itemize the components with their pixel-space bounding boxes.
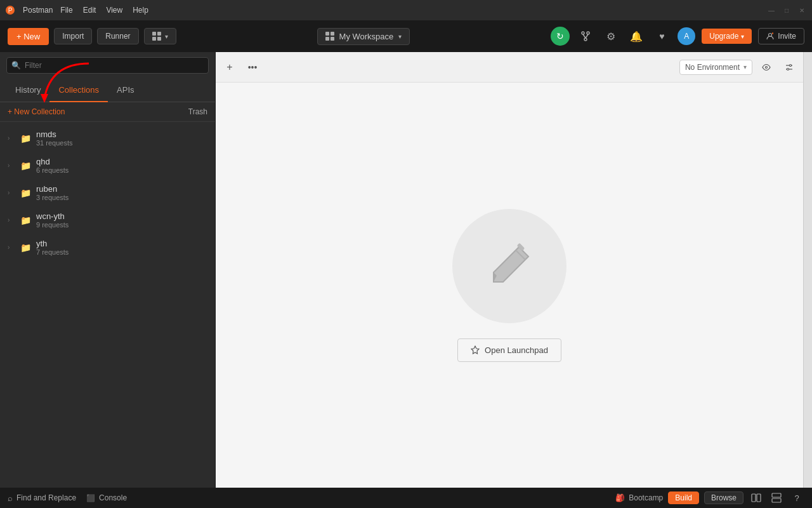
open-launchpad-button[interactable]: Open Launchpad bbox=[457, 338, 561, 362]
chevron-right-icon: › bbox=[8, 135, 15, 142]
minimize-button[interactable]: — bbox=[766, 5, 776, 15]
list-item[interactable]: › 📁 wcn-yth 9 requests bbox=[0, 206, 215, 234]
collection-info: yth 7 requests bbox=[36, 239, 207, 256]
title-bar: P Postman File Edit View Help — □ ✕ bbox=[0, 0, 812, 20]
collection-info: ruben 3 requests bbox=[36, 184, 207, 201]
filter-bar: 🔍 bbox=[0, 52, 215, 79]
workspace-selector[interactable]: My Workspace ▾ bbox=[317, 28, 410, 45]
filter-wrap: 🔍 bbox=[6, 57, 209, 74]
upgrade-button[interactable]: Upgrade ▾ bbox=[702, 29, 752, 44]
avatar[interactable]: A bbox=[678, 27, 695, 45]
collection-count: 31 requests bbox=[36, 139, 207, 147]
env-label: No Environment bbox=[685, 63, 740, 72]
new-button[interactable]: + New bbox=[8, 28, 49, 45]
svg-point-13 bbox=[790, 64, 792, 66]
tab-history[interactable]: History bbox=[6, 79, 49, 102]
right-panel bbox=[803, 52, 812, 488]
find-icon: ⌕ bbox=[8, 493, 13, 503]
list-item[interactable]: › 📁 ruben 3 requests bbox=[0, 179, 215, 206]
maximize-button[interactable]: □ bbox=[782, 5, 792, 15]
find-replace-button[interactable]: ⌕ Find and Replace bbox=[8, 493, 76, 503]
fork-icon[interactable] bbox=[576, 27, 595, 46]
settings-icon[interactable]: ⚙ bbox=[601, 27, 620, 46]
menu-edit[interactable]: Edit bbox=[83, 6, 96, 15]
heart-icon[interactable]: ♥ bbox=[652, 27, 671, 46]
menu-view[interactable]: View bbox=[106, 6, 122, 15]
list-item[interactable]: › 📁 qhd 6 requests bbox=[0, 152, 215, 179]
console-button[interactable]: ⬛ Console bbox=[86, 493, 127, 502]
filter-input[interactable] bbox=[6, 57, 209, 74]
bottom-bar: ⌕ Find and Replace ⬛ Console 🎒 Bootcamp … bbox=[0, 488, 812, 508]
bottom-right: 🎒 Bootcamp Build Browse ? bbox=[615, 490, 804, 505]
info-icon[interactable]: ? bbox=[789, 490, 804, 505]
svg-rect-17 bbox=[757, 494, 761, 502]
sidebar-actions: + New Collection Trash bbox=[0, 102, 215, 122]
bell-icon[interactable]: 🔔 bbox=[627, 27, 646, 46]
pencil-illustration bbox=[478, 234, 541, 298]
svg-line-5 bbox=[583, 34, 586, 38]
collection-info: nmds 31 requests bbox=[36, 130, 207, 147]
workspace-grid-icon bbox=[325, 32, 334, 41]
environment-selector[interactable]: No Environment ▾ bbox=[679, 60, 752, 75]
eye-icon[interactable] bbox=[757, 58, 775, 76]
list-item[interactable]: › 📁 nmds 31 requests bbox=[0, 124, 215, 152]
svg-text:P: P bbox=[8, 7, 13, 14]
bootcamp-icon: 🎒 bbox=[615, 493, 625, 502]
chevron-right-icon: › bbox=[8, 189, 15, 196]
app-logo: P bbox=[5, 5, 15, 15]
layout-button[interactable]: ▾ bbox=[144, 28, 176, 44]
collection-count: 3 requests bbox=[36, 194, 207, 201]
more-options-button[interactable]: ••• bbox=[244, 58, 261, 76]
invite-button[interactable]: Invite bbox=[758, 28, 804, 44]
sliders-icon[interactable] bbox=[780, 58, 798, 76]
import-button[interactable]: Import bbox=[54, 28, 92, 44]
toolbar: + New Import Runner ▾ My Workspace ▾ ↻ bbox=[0, 20, 812, 52]
main-layout: 🔍 History Collections APIs + New Collect… bbox=[0, 52, 812, 488]
chevron-right-icon: › bbox=[8, 217, 15, 224]
list-item[interactable]: › 📁 yth 7 requests bbox=[0, 234, 215, 261]
new-collection-button[interactable]: + New Collection bbox=[8, 107, 65, 116]
add-request-button[interactable]: + bbox=[221, 58, 239, 76]
collection-count: 9 requests bbox=[36, 221, 207, 229]
sync-button[interactable]: ↻ bbox=[551, 27, 570, 46]
launch-label: Open Launchpad bbox=[485, 345, 548, 355]
collection-name: nmds bbox=[36, 130, 207, 139]
collection-name: wcn-yth bbox=[36, 211, 207, 221]
env-chevron-icon: ▾ bbox=[743, 64, 747, 70]
svg-point-3 bbox=[587, 32, 589, 34]
build-button[interactable]: Build bbox=[668, 491, 699, 504]
layout-rows-icon[interactable] bbox=[769, 490, 784, 505]
collection-count: 6 requests bbox=[36, 166, 207, 174]
svg-point-14 bbox=[787, 68, 789, 70]
bottom-left: ⌕ Find and Replace ⬛ Console bbox=[8, 493, 127, 503]
upgrade-label: Upgrade bbox=[709, 32, 738, 41]
chevron-right-icon: › bbox=[8, 162, 15, 169]
launchpad-icon bbox=[471, 345, 480, 354]
upgrade-chevron-icon: ▾ bbox=[741, 33, 744, 40]
empty-icon bbox=[452, 209, 566, 323]
svg-rect-18 bbox=[772, 493, 781, 497]
grid-icon bbox=[152, 32, 161, 41]
collection-info: qhd 6 requests bbox=[36, 157, 207, 174]
request-bar: + ••• No Environment ▾ bbox=[216, 52, 803, 83]
close-button[interactable]: ✕ bbox=[797, 5, 807, 15]
layout-columns-icon[interactable] bbox=[749, 490, 764, 505]
browse-button[interactable]: Browse bbox=[704, 491, 743, 504]
tab-collections[interactable]: Collections bbox=[49, 79, 108, 102]
window-controls: — □ ✕ bbox=[766, 5, 807, 15]
collection-name: yth bbox=[36, 239, 207, 248]
runner-button[interactable]: Runner bbox=[97, 28, 138, 44]
collection-name: qhd bbox=[36, 157, 207, 166]
menu-file[interactable]: File bbox=[60, 6, 72, 15]
menu-help[interactable]: Help bbox=[133, 6, 148, 15]
collection-name: ruben bbox=[36, 184, 207, 194]
request-bar-right: No Environment ▾ bbox=[679, 58, 798, 76]
tab-apis[interactable]: APIs bbox=[108, 79, 143, 102]
folder-icon: 📁 bbox=[20, 188, 31, 198]
console-icon: ⬛ bbox=[86, 494, 95, 502]
bootcamp-button[interactable]: 🎒 Bootcamp bbox=[615, 493, 663, 502]
svg-point-4 bbox=[584, 38, 587, 41]
trash-button[interactable]: Trash bbox=[188, 107, 207, 116]
collection-count: 7 requests bbox=[36, 248, 207, 256]
svg-point-2 bbox=[582, 32, 584, 34]
